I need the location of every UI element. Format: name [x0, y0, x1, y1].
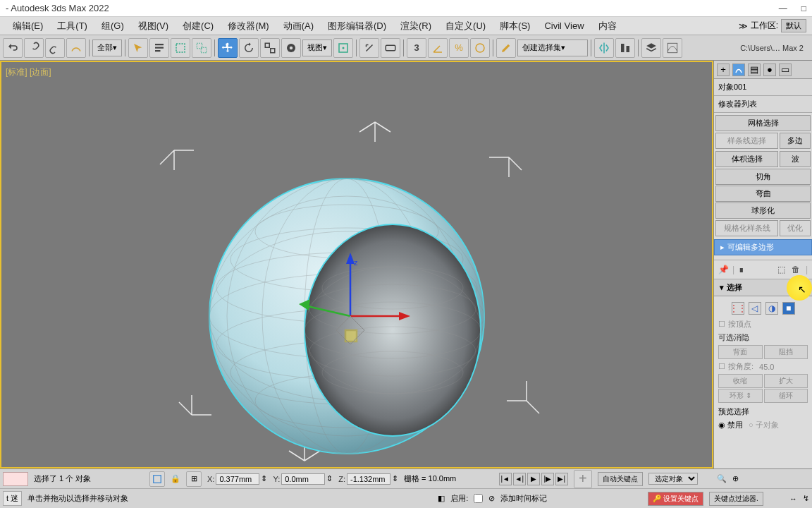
select-object-button[interactable]	[128, 38, 148, 58]
show-end-result-icon[interactable]: ∎	[739, 265, 749, 274]
modifier-list-label[interactable]: 修改器列表	[714, 96, 812, 113]
object-name-field[interactable]: 对象001	[714, 79, 812, 96]
hierarchy-tab[interactable]: ▤	[748, 64, 761, 76]
mod-vol-select[interactable]: 体积选择	[715, 151, 778, 167]
menu-group[interactable]: 组(G)	[94, 18, 131, 35]
menu-views[interactable]: 视图(V)	[131, 18, 176, 35]
modifier-stack-item[interactable]: ▸ 可编辑多边形	[714, 239, 812, 255]
layer-button[interactable]	[641, 38, 661, 58]
ref-coord-dropdown[interactable]: 视图 ▾	[302, 40, 332, 56]
menu-customize[interactable]: 自定义(U)	[438, 18, 493, 35]
maximize-button[interactable]: □	[801, 4, 806, 13]
nav-icon[interactable]: ↯	[803, 494, 809, 503]
display-tab[interactable]: ▭	[779, 64, 792, 76]
selection-filter-dropdown[interactable]: 全部 ▾	[92, 40, 122, 56]
selection-lock-icon[interactable]	[149, 471, 165, 487]
link-button[interactable]	[24, 38, 44, 58]
rectangle-select-button[interactable]	[171, 38, 190, 58]
backface-button[interactable]: 背面	[718, 345, 763, 359]
by-angle-checkbox[interactable]: ☐ 按角度: 45.0	[718, 360, 808, 373]
bind-button[interactable]	[66, 38, 86, 58]
select-by-name-button[interactable]	[149, 38, 169, 58]
edit-selection-button[interactable]	[496, 38, 516, 58]
maxscript-mini-listener[interactable]	[3, 472, 28, 486]
menu-graph[interactable]: 图形编辑器(D)	[321, 18, 393, 35]
named-selection-dropdown[interactable]: 创建选择集 ▾	[517, 40, 588, 56]
pivot-button[interactable]	[333, 38, 353, 58]
next-frame-button[interactable]: |▶	[541, 473, 554, 485]
menu-create[interactable]: 创建(C)	[176, 18, 221, 35]
make-unique-icon[interactable]: ⬚	[777, 265, 787, 274]
mod-bend[interactable]: 弯曲	[715, 186, 811, 202]
edge-mode-button[interactable]: ◁	[749, 302, 761, 315]
x-coord-input[interactable]	[216, 473, 259, 485]
mirror-button[interactable]	[594, 38, 614, 58]
menu-scripting[interactable]: 脚本(S)	[493, 18, 537, 35]
keyboard-shortcut-button[interactable]	[381, 38, 400, 58]
transform-type-in-icon[interactable]: ⊞	[186, 471, 202, 487]
mod-chamfer[interactable]: 切角	[715, 169, 811, 185]
shrink-button[interactable]: 收缩	[718, 374, 763, 388]
zoom-icon[interactable]: 🔍	[717, 474, 727, 483]
menu-content[interactable]: 内容	[591, 18, 624, 35]
loop-button[interactable]: 循环	[764, 389, 808, 403]
move-button[interactable]	[218, 38, 238, 58]
menu-animation[interactable]: 动画(A)	[276, 18, 321, 35]
polygon-mode-button[interactable]: ■	[782, 302, 795, 315]
mod-wave[interactable]: 波	[780, 151, 811, 167]
border-mode-button[interactable]: ◑	[765, 302, 778, 315]
placement-button[interactable]	[281, 38, 301, 58]
rollout-selection-header[interactable]: ▾ 选择	[714, 279, 812, 296]
menu-modifiers[interactable]: 修改器(M)	[221, 18, 276, 35]
undo-button[interactable]	[3, 38, 23, 58]
prev-frame-button[interactable]: ◄|	[513, 473, 526, 485]
x-spinner[interactable]: ⇕	[261, 474, 267, 483]
remove-modifier-icon[interactable]: 🗑	[792, 265, 801, 274]
play-button[interactable]: ▶	[527, 473, 540, 485]
menu-civil[interactable]: Civil View	[537, 18, 591, 33]
workspace-dropdown[interactable]: 默认	[781, 19, 806, 32]
menu-tools[interactable]: 工具(T)	[50, 18, 94, 35]
angle-snap-button[interactable]	[428, 38, 448, 58]
time-tag-icon[interactable]: ⊘	[488, 494, 495, 503]
z-spinner[interactable]: ⇕	[392, 474, 398, 483]
set-key-big-button[interactable]: +	[574, 470, 592, 488]
rotate-button[interactable]	[239, 38, 259, 58]
y-spinner[interactable]: ⇕	[326, 474, 333, 483]
goto-end-button[interactable]: ▶|	[555, 473, 568, 485]
by-vertex-checkbox[interactable]: ☐ 按顶点	[718, 318, 808, 331]
add-time-tag[interactable]: 添加时间标记	[500, 493, 547, 504]
minimize-button[interactable]: —	[779, 4, 787, 13]
align-button[interactable]	[615, 38, 635, 58]
isolate-icon[interactable]: ◧	[438, 494, 445, 503]
modify-tab[interactable]	[732, 64, 745, 76]
window-crossing-button[interactable]	[192, 38, 211, 58]
percent-snap-button[interactable]: %	[449, 38, 469, 58]
ring-button[interactable]: 环形 ⇕	[718, 389, 763, 403]
block-button[interactable]: 阻挡	[764, 345, 808, 359]
goto-start-button[interactable]: |◄	[499, 473, 512, 485]
key-filters-button[interactable]: 关键点过滤器.	[709, 492, 763, 506]
menu-edit[interactable]: 编辑(E)	[6, 18, 50, 35]
spinner-snap-button[interactable]	[470, 38, 490, 58]
curve-editor-button[interactable]	[663, 38, 682, 58]
mod-multi[interactable]: 多边	[780, 133, 811, 149]
key-target-dropdown[interactable]: 选定对象	[648, 473, 698, 485]
unlink-button[interactable]	[45, 38, 65, 58]
preview-off-radio[interactable]: ◉ 禁用	[718, 420, 743, 430]
menu-rendering[interactable]: 渲染(R)	[393, 18, 438, 35]
auto-key-button[interactable]: 自动关键点	[598, 472, 643, 486]
preview-subobj-radio[interactable]: ○ 子对象	[749, 420, 779, 430]
viewport-label[interactable]: [标准] [边面]	[6, 66, 51, 78]
pan-icon[interactable]: ↔	[789, 495, 797, 503]
mod-spherify[interactable]: 球形化	[715, 202, 811, 219]
set-key-button[interactable]: 🔑 设置关键点	[648, 492, 703, 506]
mini-listener-label[interactable]: t 迷	[3, 491, 22, 506]
zoom-all-icon[interactable]: ⊕	[732, 474, 739, 483]
z-coord-input[interactable]	[347, 473, 390, 485]
menu-overflow-icon[interactable]: ≫	[739, 21, 748, 31]
scale-button[interactable]	[260, 38, 280, 58]
viewport[interactable]: [标准] [边面]	[0, 61, 713, 468]
pin-stack-icon[interactable]: 📌	[718, 265, 728, 274]
lock-icon[interactable]: 🔒	[171, 474, 180, 483]
